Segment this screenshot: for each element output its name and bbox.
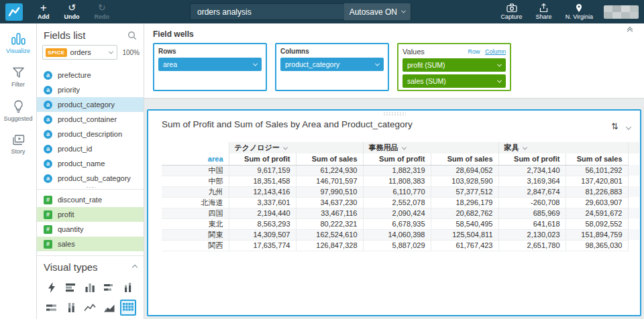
collapse-visual-types-icon[interactable] [132,264,138,269]
field-item-product_container[interactable]: aproduct_container [37,112,144,127]
pivot-table-visual[interactable]: Sum of Profit and Sum of Sales by Area a… [147,109,641,316]
pivot-value-cell[interactable]: 2,734,140 [498,165,566,176]
pivot-row-label[interactable]: 東北 [162,218,229,229]
pivot-value-cell[interactable]: 14,060,398 [363,229,431,240]
visual-type-100-stacked-horizontal[interactable] [44,300,60,316]
field-item-profit[interactable]: #profit [37,207,144,222]
pivot-value-cell[interactable]: 61,224,930 [296,165,363,176]
pivot-value-cell[interactable]: 98,365,030 [566,240,628,251]
pivot-value-cell[interactable]: 125,504,811 [431,229,498,240]
visual-type-stacked-vertical-bar[interactable] [120,279,136,296]
region-button[interactable]: N. Virginia [566,3,593,20]
pivot-value-cell[interactable]: 1,882,319 [363,165,431,176]
pivot-row-label[interactable]: 関東 [162,229,229,240]
pivot-value-cell[interactable]: 18,296,179 [431,197,498,208]
pivot-value-cell[interactable]: 33,467,116 [296,208,363,218]
pivot-value-cell[interactable]: 8,563,293 [229,218,296,229]
pivot-value-cell[interactable]: 641,618 [498,218,566,229]
pivot-value-cell[interactable]: 80,222,321 [296,218,363,229]
visual-type-vertical-bar[interactable] [82,279,98,296]
values-column-toggle[interactable]: Column [485,48,506,55]
visual-type-horizontal-bar[interactable] [63,279,79,296]
pivot-value-cell[interactable]: 97,990,510 [296,186,363,197]
field-item-product_category[interactable]: aproduct_category [37,97,144,112]
field-item-product_id[interactable]: aproduct_id [37,141,144,156]
pivot-value-cell[interactable]: 57,377,512 [431,186,498,197]
autosave-toggle[interactable]: Autosave ON [344,3,411,20]
field-item-sales[interactable]: #sales [37,237,144,251]
pivot-value-cell[interactable]: 137,420,801 [566,176,628,186]
pivot-value-cell[interactable]: 34,637,230 [296,197,363,208]
pivot-value-cell[interactable]: 6,110,770 [363,186,431,197]
field-list-resize-handle[interactable] [37,189,144,190]
pivot-value-cell[interactable]: 61,767,423 [431,240,498,251]
swap-axes-icon[interactable]: ⇅ [611,121,619,131]
field-item-product_name[interactable]: aproduct_name [37,156,144,171]
pivot-value-header[interactable]: Sum of sales [296,153,363,165]
quicksight-logo-icon[interactable] [5,3,23,21]
dataset-selector[interactable]: SPICE orders [42,45,117,60]
pivot-value-cell[interactable]: 29,603,907 [566,197,628,208]
nav-suggested[interactable]: Suggested [0,100,36,122]
pivot-row-label[interactable]: 九州 [162,186,229,197]
pivot-value-cell[interactable]: 146,701,597 [296,176,363,186]
visual-menu-button[interactable] [627,119,631,133]
visual-type-line[interactable] [82,300,98,316]
visual-type-area[interactable] [101,300,117,316]
pivot-value-cell[interactable]: 6,678,935 [363,218,431,229]
analysis-title[interactable]: orders analysis [191,7,344,17]
pivot-value-cell[interactable]: 17,635,774 [229,240,296,251]
pivot-row-label[interactable]: 中国 [162,165,229,176]
field-item-prefecture[interactable]: aprefecture [37,68,144,82]
pivot-row-label[interactable]: 関西 [162,240,229,251]
pivot-value-cell[interactable]: 81,226,883 [566,186,628,197]
visual-type-stacked-horizontal-bar[interactable] [101,279,117,296]
well-pill-salesSUM[interactable]: sales (SUM) [402,74,506,88]
pivot-group-header-家具[interactable]: 家具 [498,142,628,153]
nav-story[interactable]: Story [0,134,36,155]
well-pill-area[interactable]: area [158,58,262,71]
well-pill-product_category[interactable]: product_category [280,58,384,71]
field-item-discount_rate[interactable]: #discount_rate [37,192,144,207]
values-well[interactable]: Values Row Column profit (SUM)sales (SUM… [397,43,511,91]
pivot-value-cell[interactable]: 11,808,383 [363,176,431,186]
pivot-value-cell[interactable]: 24,591,672 [566,208,628,218]
pivot-value-header[interactable]: Sum of sales [566,153,628,165]
add-button[interactable]: + Add [38,3,50,20]
search-icon[interactable] [127,31,137,40]
pivot-value-cell[interactable]: 9,617,159 [229,165,296,176]
pivot-value-cell[interactable]: 58,540,495 [431,218,498,229]
pivot-value-cell[interactable]: 685,969 [498,208,566,218]
pivot-value-cell[interactable]: 28,694,052 [431,165,498,176]
visual-type-100-stacked-vertical[interactable] [63,300,79,316]
pivot-value-cell[interactable]: 151,894,759 [566,229,628,240]
field-item-product_sub_category[interactable]: aproduct_sub_category [37,171,144,186]
pivot-value-cell[interactable]: 2,552,078 [363,197,431,208]
pivot-value-cell[interactable]: 14,309,507 [229,229,296,240]
pivot-row-label[interactable]: 中部 [162,176,229,186]
pivot-value-cell[interactable]: 5,887,029 [363,240,431,251]
pivot-value-cell[interactable]: -260,708 [498,197,566,208]
pivot-value-cell[interactable]: 18,351,458 [229,176,296,186]
pivot-group-header-事務用品[interactable]: 事務用品 [363,142,498,153]
pivot-value-cell[interactable]: 58,092,552 [566,218,628,229]
well-pill-profitSUM[interactable]: profit (SUM) [402,58,506,72]
pivot-group-header-テクノロジー[interactable]: テクノロジー [229,142,363,153]
field-item-product_description[interactable]: aproduct_description [37,127,144,141]
pivot-value-cell[interactable]: 2,651,780 [498,240,566,251]
field-item-quantity[interactable]: #quantity [37,222,144,237]
pivot-value-header[interactable]: Sum of profit [363,153,431,165]
user-name-redacted[interactable] [604,5,639,19]
pivot-value-cell[interactable]: 2,090,424 [363,208,431,218]
visual-type-pivot-table[interactable] [120,300,136,316]
visual-drag-handle[interactable] [383,112,406,117]
pivot-value-cell[interactable]: 3,169,364 [498,176,566,186]
pivot-value-cell[interactable]: 2,130,023 [498,229,566,240]
undo-button[interactable]: ↺ Undo [64,3,80,20]
pivot-value-header[interactable]: Sum of profit [498,153,566,165]
pivot-value-cell[interactable]: 3,337,601 [229,197,296,208]
share-button[interactable]: Share [536,3,552,20]
pivot-value-header[interactable]: Sum of sales [431,153,498,165]
collapse-field-wells-button[interactable] [625,27,635,37]
field-item-priority[interactable]: apriority [37,82,144,97]
